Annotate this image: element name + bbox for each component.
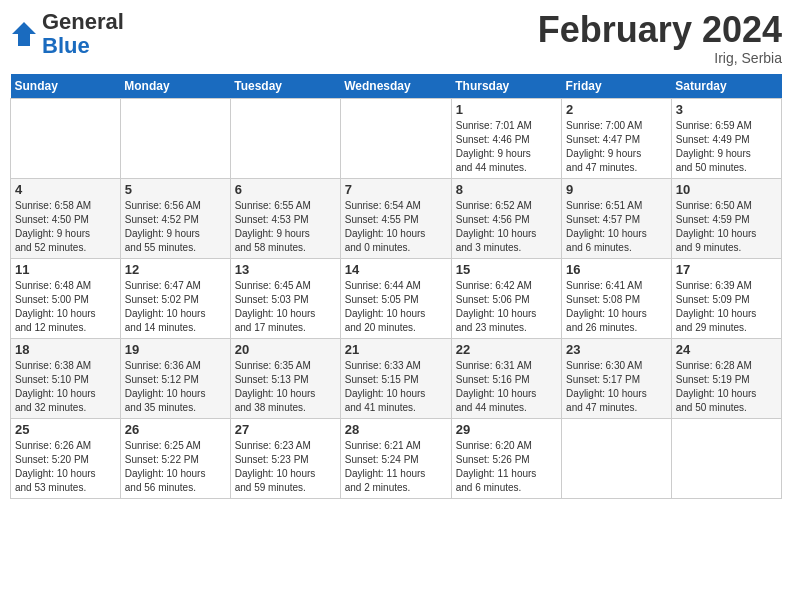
calendar-cell: 15Sunrise: 6:42 AM Sunset: 5:06 PM Dayli…	[451, 258, 561, 338]
day-number: 29	[456, 422, 557, 437]
day-number: 7	[345, 182, 447, 197]
day-info: Sunrise: 6:26 AM Sunset: 5:20 PM Dayligh…	[15, 439, 116, 495]
calendar-cell: 17Sunrise: 6:39 AM Sunset: 5:09 PM Dayli…	[671, 258, 781, 338]
day-number: 24	[676, 342, 777, 357]
calendar-cell: 26Sunrise: 6:25 AM Sunset: 5:22 PM Dayli…	[120, 418, 230, 498]
day-info: Sunrise: 6:58 AM Sunset: 4:50 PM Dayligh…	[15, 199, 116, 255]
calendar-cell: 29Sunrise: 6:20 AM Sunset: 5:26 PM Dayli…	[451, 418, 561, 498]
day-info: Sunrise: 6:21 AM Sunset: 5:24 PM Dayligh…	[345, 439, 447, 495]
calendar-cell: 2Sunrise: 7:00 AM Sunset: 4:47 PM Daylig…	[562, 98, 672, 178]
day-info: Sunrise: 6:41 AM Sunset: 5:08 PM Dayligh…	[566, 279, 667, 335]
calendar-cell: 7Sunrise: 6:54 AM Sunset: 4:55 PM Daylig…	[340, 178, 451, 258]
calendar-cell	[230, 98, 340, 178]
day-info: Sunrise: 7:00 AM Sunset: 4:47 PM Dayligh…	[566, 119, 667, 175]
day-number: 28	[345, 422, 447, 437]
day-number: 10	[676, 182, 777, 197]
column-header-friday: Friday	[562, 74, 672, 99]
day-number: 12	[125, 262, 226, 277]
calendar-cell: 4Sunrise: 6:58 AM Sunset: 4:50 PM Daylig…	[11, 178, 121, 258]
calendar-cell	[120, 98, 230, 178]
logo-icon	[10, 20, 38, 48]
day-info: Sunrise: 6:35 AM Sunset: 5:13 PM Dayligh…	[235, 359, 336, 415]
calendar-week-row: 4Sunrise: 6:58 AM Sunset: 4:50 PM Daylig…	[11, 178, 782, 258]
calendar-cell: 18Sunrise: 6:38 AM Sunset: 5:10 PM Dayli…	[11, 338, 121, 418]
logo-blue: Blue	[42, 33, 90, 58]
day-info: Sunrise: 6:52 AM Sunset: 4:56 PM Dayligh…	[456, 199, 557, 255]
day-number: 26	[125, 422, 226, 437]
day-info: Sunrise: 6:51 AM Sunset: 4:57 PM Dayligh…	[566, 199, 667, 255]
day-info: Sunrise: 6:59 AM Sunset: 4:49 PM Dayligh…	[676, 119, 777, 175]
day-number: 22	[456, 342, 557, 357]
calendar-cell: 27Sunrise: 6:23 AM Sunset: 5:23 PM Dayli…	[230, 418, 340, 498]
day-number: 11	[15, 262, 116, 277]
logo-general: General	[42, 9, 124, 34]
day-number: 15	[456, 262, 557, 277]
calendar-cell: 28Sunrise: 6:21 AM Sunset: 5:24 PM Dayli…	[340, 418, 451, 498]
day-info: Sunrise: 6:25 AM Sunset: 5:22 PM Dayligh…	[125, 439, 226, 495]
day-number: 4	[15, 182, 116, 197]
calendar-cell: 6Sunrise: 6:55 AM Sunset: 4:53 PM Daylig…	[230, 178, 340, 258]
day-info: Sunrise: 6:30 AM Sunset: 5:17 PM Dayligh…	[566, 359, 667, 415]
calendar-cell: 1Sunrise: 7:01 AM Sunset: 4:46 PM Daylig…	[451, 98, 561, 178]
day-info: Sunrise: 6:48 AM Sunset: 5:00 PM Dayligh…	[15, 279, 116, 335]
calendar-table: SundayMondayTuesdayWednesdayThursdayFrid…	[10, 74, 782, 499]
day-info: Sunrise: 6:38 AM Sunset: 5:10 PM Dayligh…	[15, 359, 116, 415]
calendar-cell	[11, 98, 121, 178]
day-number: 21	[345, 342, 447, 357]
calendar-cell: 13Sunrise: 6:45 AM Sunset: 5:03 PM Dayli…	[230, 258, 340, 338]
calendar-week-row: 1Sunrise: 7:01 AM Sunset: 4:46 PM Daylig…	[11, 98, 782, 178]
calendar-cell	[340, 98, 451, 178]
day-number: 6	[235, 182, 336, 197]
location-subtitle: Irig, Serbia	[538, 50, 782, 66]
day-info: Sunrise: 6:23 AM Sunset: 5:23 PM Dayligh…	[235, 439, 336, 495]
day-number: 18	[15, 342, 116, 357]
calendar-cell: 21Sunrise: 6:33 AM Sunset: 5:15 PM Dayli…	[340, 338, 451, 418]
day-info: Sunrise: 6:36 AM Sunset: 5:12 PM Dayligh…	[125, 359, 226, 415]
logo: General Blue	[10, 10, 124, 58]
day-number: 19	[125, 342, 226, 357]
calendar-cell: 16Sunrise: 6:41 AM Sunset: 5:08 PM Dayli…	[562, 258, 672, 338]
calendar-cell: 14Sunrise: 6:44 AM Sunset: 5:05 PM Dayli…	[340, 258, 451, 338]
column-header-monday: Monday	[120, 74, 230, 99]
svg-marker-0	[12, 22, 36, 46]
day-number: 8	[456, 182, 557, 197]
day-number: 3	[676, 102, 777, 117]
day-info: Sunrise: 7:01 AM Sunset: 4:46 PM Dayligh…	[456, 119, 557, 175]
day-number: 23	[566, 342, 667, 357]
calendar-cell: 22Sunrise: 6:31 AM Sunset: 5:16 PM Dayli…	[451, 338, 561, 418]
calendar-cell: 9Sunrise: 6:51 AM Sunset: 4:57 PM Daylig…	[562, 178, 672, 258]
calendar-cell: 25Sunrise: 6:26 AM Sunset: 5:20 PM Dayli…	[11, 418, 121, 498]
calendar-week-row: 11Sunrise: 6:48 AM Sunset: 5:00 PM Dayli…	[11, 258, 782, 338]
calendar-cell: 3Sunrise: 6:59 AM Sunset: 4:49 PM Daylig…	[671, 98, 781, 178]
calendar-cell: 12Sunrise: 6:47 AM Sunset: 5:02 PM Dayli…	[120, 258, 230, 338]
column-header-thursday: Thursday	[451, 74, 561, 99]
day-info: Sunrise: 6:28 AM Sunset: 5:19 PM Dayligh…	[676, 359, 777, 415]
calendar-cell: 23Sunrise: 6:30 AM Sunset: 5:17 PM Dayli…	[562, 338, 672, 418]
day-info: Sunrise: 6:31 AM Sunset: 5:16 PM Dayligh…	[456, 359, 557, 415]
day-info: Sunrise: 6:20 AM Sunset: 5:26 PM Dayligh…	[456, 439, 557, 495]
header: General Blue February 2024 Irig, Serbia	[10, 10, 782, 66]
day-number: 5	[125, 182, 226, 197]
calendar-week-row: 25Sunrise: 6:26 AM Sunset: 5:20 PM Dayli…	[11, 418, 782, 498]
day-info: Sunrise: 6:45 AM Sunset: 5:03 PM Dayligh…	[235, 279, 336, 335]
day-number: 25	[15, 422, 116, 437]
calendar-cell	[562, 418, 672, 498]
day-number: 20	[235, 342, 336, 357]
column-header-sunday: Sunday	[11, 74, 121, 99]
day-info: Sunrise: 6:55 AM Sunset: 4:53 PM Dayligh…	[235, 199, 336, 255]
calendar-cell: 19Sunrise: 6:36 AM Sunset: 5:12 PM Dayli…	[120, 338, 230, 418]
day-info: Sunrise: 6:47 AM Sunset: 5:02 PM Dayligh…	[125, 279, 226, 335]
day-info: Sunrise: 6:56 AM Sunset: 4:52 PM Dayligh…	[125, 199, 226, 255]
calendar-cell: 24Sunrise: 6:28 AM Sunset: 5:19 PM Dayli…	[671, 338, 781, 418]
day-info: Sunrise: 6:39 AM Sunset: 5:09 PM Dayligh…	[676, 279, 777, 335]
day-number: 13	[235, 262, 336, 277]
calendar-cell: 11Sunrise: 6:48 AM Sunset: 5:00 PM Dayli…	[11, 258, 121, 338]
day-info: Sunrise: 6:54 AM Sunset: 4:55 PM Dayligh…	[345, 199, 447, 255]
calendar-cell	[671, 418, 781, 498]
day-number: 1	[456, 102, 557, 117]
calendar-cell: 5Sunrise: 6:56 AM Sunset: 4:52 PM Daylig…	[120, 178, 230, 258]
column-header-wednesday: Wednesday	[340, 74, 451, 99]
day-number: 2	[566, 102, 667, 117]
day-number: 16	[566, 262, 667, 277]
day-number: 14	[345, 262, 447, 277]
